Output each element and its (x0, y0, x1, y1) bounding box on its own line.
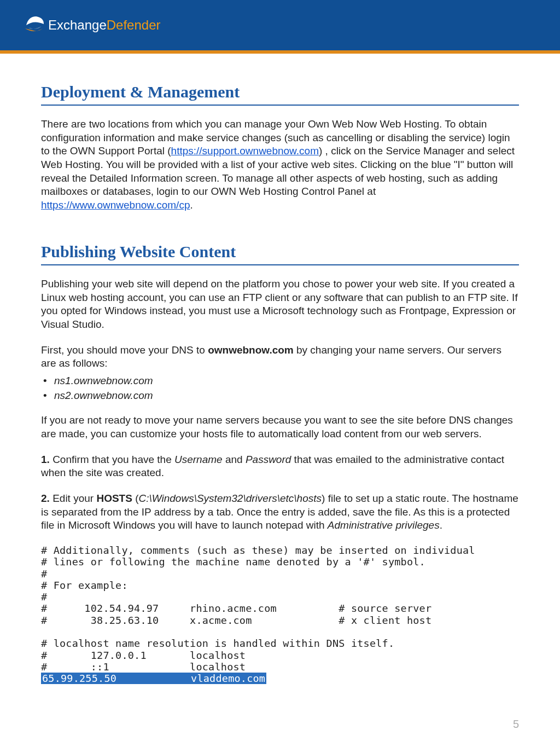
paragraph-publishing-intro: Publishing your web site will depend on … (41, 277, 519, 332)
logo-swirl-icon (22, 13, 46, 37)
support-portal-link[interactable]: https://support.ownwebnow.com (171, 145, 319, 157)
control-panel-link[interactable]: https://www.ownwebnow.com/cp (41, 199, 190, 211)
list-item: ns2.ownwebnow.com (43, 389, 519, 403)
heading-deployment: Deployment & Management (41, 81, 519, 106)
page-content: Deployment & Management There are two lo… (0, 54, 560, 684)
logo: ExchangeDefender (22, 13, 160, 37)
step-1: 1. Confirm that you have the Username an… (41, 453, 519, 480)
heading-publishing: Publishing Website Content (41, 241, 519, 265)
page-header: ExchangeDefender (0, 0, 560, 54)
logo-text: ExchangeDefender (48, 16, 160, 33)
hosts-highlighted-entry: 65.99.255.50 vladdemo.com (41, 673, 266, 684)
paragraph-deployment: There are two locations from which you c… (41, 118, 519, 212)
nameserver-list: ns1.ownwebnow.com ns2.ownwebnow.com (43, 374, 519, 403)
list-item: ns1.ownwebnow.com (43, 374, 519, 389)
step-2: 2. Edit your HOSTS (C:\Windows\System32\… (41, 492, 519, 532)
hosts-file-example: # Additionally, comments (such as these)… (41, 545, 519, 684)
page-number: 5 (513, 717, 519, 731)
paragraph-dns-move: First, you should move your DNS to ownwe… (41, 344, 519, 370)
paragraph-hosts-note: If you are not ready to move your name s… (41, 414, 519, 441)
